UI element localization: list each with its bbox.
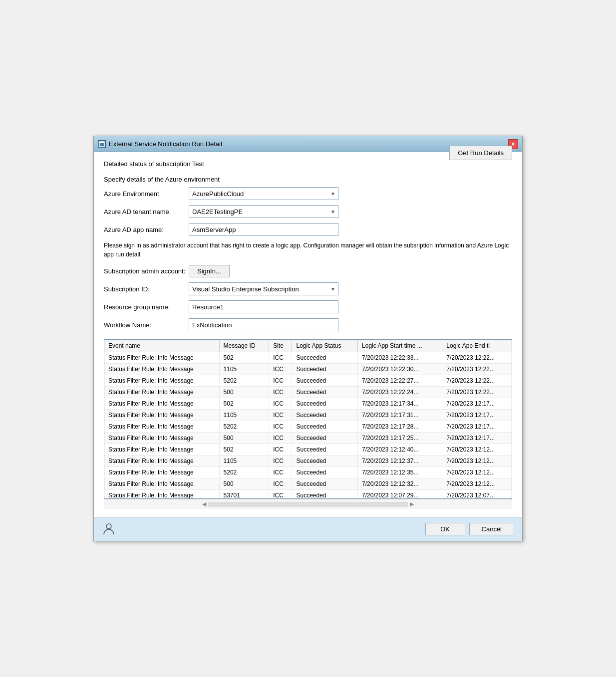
- azure-ad-tenant-select[interactable]: DAE2ETestingPE: [189, 205, 338, 218]
- subscription-admin-label: Subscription admin account:: [104, 267, 189, 275]
- subscription-id-select-wrapper: Visual Studio Enterprise Subscription: [189, 282, 338, 295]
- table-row: Status Filter Rule: Info Message5202ICCS…: [104, 421, 512, 433]
- table-header-row: Event name Message ID Site Logic App Sta…: [104, 340, 512, 352]
- cell-3-4: 7/20/2023 12:22:24...: [358, 387, 442, 398]
- get-run-details-button[interactable]: Get Run Details: [449, 146, 512, 160]
- cell-7-3: Succeeded: [292, 433, 358, 444]
- info-text: Please sign in as administrator account …: [104, 241, 512, 259]
- cell-4-4: 7/20/2023 12:17:34...: [358, 398, 442, 410]
- title-bar-left: External Service Notification Run Detail: [98, 140, 222, 148]
- subscription-id-group: Subscription ID: Visual Studio Enterpris…: [104, 282, 512, 295]
- cell-4-5: 7/20/2023 12:17...: [442, 398, 512, 410]
- cell-12-3: Succeeded: [292, 490, 358, 499]
- table-row: Status Filter Rule: Info Message1105ICCS…: [104, 410, 512, 421]
- cell-1-5: 7/20/2023 12:22...: [442, 364, 512, 375]
- cell-5-2: ICC: [269, 410, 292, 421]
- cell-5-1: 1105: [219, 410, 269, 421]
- cell-0-4: 7/20/2023 12:22:33...: [358, 352, 442, 364]
- resource-group-group: Resource group name:: [104, 300, 512, 313]
- col-event-name: Event name: [104, 340, 219, 352]
- table-row: Status Filter Rule: Info Message502ICCSu…: [104, 444, 512, 455]
- scroll-bar-track[interactable]: [208, 502, 408, 507]
- cell-0-2: ICC: [269, 352, 292, 364]
- cell-3-1: 500: [219, 387, 269, 398]
- azure-env-label: Azure Environment: [104, 190, 189, 198]
- cell-9-0: Status Filter Rule: Info Message: [104, 455, 219, 467]
- col-logic-app-status: Logic App Status: [292, 340, 358, 352]
- cell-9-5: 7/20/2023 12:12...: [442, 455, 512, 467]
- cell-11-3: Succeeded: [292, 478, 358, 490]
- cell-3-0: Status Filter Rule: Info Message: [104, 387, 219, 398]
- workflow-name-group: Workflow Name:: [104, 318, 512, 331]
- col-logic-app-end: Logic App End ti: [442, 340, 512, 352]
- cell-6-5: 7/20/2023 12:17...: [442, 421, 512, 433]
- azure-ad-app-group: Azure AD app name:: [104, 223, 512, 236]
- cell-12-2: ICC: [269, 490, 292, 499]
- cell-10-4: 7/20/2023 12:12:35...: [358, 467, 442, 478]
- subscription-id-select[interactable]: Visual Studio Enterprise Subscription: [189, 282, 338, 295]
- cell-12-0: Status Filter Rule: Info Message: [104, 490, 219, 499]
- resource-group-label: Resource group name:: [104, 303, 189, 311]
- cell-9-3: Succeeded: [292, 455, 358, 467]
- horizontal-scrollbar[interactable]: ◀ ▶: [104, 499, 512, 509]
- cell-12-1: 53701: [219, 490, 269, 499]
- table-row: Status Filter Rule: Info Message1105ICCS…: [104, 364, 512, 375]
- subscription-admin-group: Subscription admin account: SignIn...: [104, 265, 512, 277]
- window-title: External Service Notification Run Detail: [109, 140, 222, 148]
- cell-5-4: 7/20/2023 12:17:31...: [358, 410, 442, 421]
- cell-7-1: 500: [219, 433, 269, 444]
- table-row: Status Filter Rule: Info Message5202ICCS…: [104, 375, 512, 387]
- table-row: Status Filter Rule: Info Message53701ICC…: [104, 490, 512, 499]
- subscription-status-label: Detailed status of subscription Test: [104, 160, 512, 168]
- resource-group-input[interactable]: [189, 300, 338, 313]
- azure-ad-app-input[interactable]: [189, 223, 338, 236]
- cancel-button[interactable]: Cancel: [469, 523, 514, 535]
- cell-1-4: 7/20/2023 12:22:30...: [358, 364, 442, 375]
- cell-1-1: 1105: [219, 364, 269, 375]
- table-row: Status Filter Rule: Info Message500ICCSu…: [104, 387, 512, 398]
- cell-5-3: Succeeded: [292, 410, 358, 421]
- results-table-container[interactable]: Event name Message ID Site Logic App Sta…: [104, 339, 512, 499]
- cell-8-2: ICC: [269, 444, 292, 455]
- col-logic-app-start: Logic App Start time ...: [358, 340, 442, 352]
- cell-4-1: 502: [219, 398, 269, 410]
- cell-11-0: Status Filter Rule: Info Message: [104, 478, 219, 490]
- scroll-left-arrow[interactable]: ◀: [202, 501, 206, 507]
- ok-button[interactable]: OK: [425, 523, 465, 535]
- scroll-right-arrow[interactable]: ▶: [410, 501, 414, 507]
- user-icon: [102, 521, 116, 535]
- cell-3-3: Succeeded: [292, 387, 358, 398]
- svg-point-2: [106, 524, 111, 529]
- cell-7-2: ICC: [269, 433, 292, 444]
- cell-6-2: ICC: [269, 421, 292, 433]
- azure-ad-tenant-label: Azure AD tenant name:: [104, 208, 189, 216]
- cell-11-5: 7/20/2023 12:12...: [442, 478, 512, 490]
- workflow-name-label: Workflow Name:: [104, 321, 189, 329]
- signin-button[interactable]: SignIn...: [189, 265, 230, 277]
- cell-2-2: ICC: [269, 375, 292, 387]
- cell-10-1: 5202: [219, 467, 269, 478]
- cell-3-2: ICC: [269, 387, 292, 398]
- table-row: Status Filter Rule: Info Message500ICCSu…: [104, 478, 512, 490]
- azure-ad-tenant-select-wrapper: DAE2ETestingPE: [189, 205, 338, 218]
- workflow-name-input[interactable]: [189, 318, 338, 331]
- azure-env-group: Azure Environment AzurePublicCloud Azure…: [104, 187, 512, 200]
- cell-4-3: Succeeded: [292, 398, 358, 410]
- cell-9-1: 1105: [219, 455, 269, 467]
- cell-12-5: 7/20/2023 12:07...: [442, 490, 512, 499]
- cell-8-3: Succeeded: [292, 444, 358, 455]
- azure-env-select[interactable]: AzurePublicCloud AzureChinaCloud AzureGe…: [189, 187, 338, 200]
- azure-env-select-wrapper: AzurePublicCloud AzureChinaCloud AzureGe…: [189, 187, 338, 200]
- svg-rect-1: [99, 142, 104, 143]
- azure-ad-tenant-group: Azure AD tenant name: DAE2ETestingPE: [104, 205, 512, 218]
- table-row: Status Filter Rule: Info Message502ICCSu…: [104, 398, 512, 410]
- cell-5-0: Status Filter Rule: Info Message: [104, 410, 219, 421]
- cell-6-4: 7/20/2023 12:17:28...: [358, 421, 442, 433]
- window-icon: [98, 140, 106, 148]
- bottom-bar: OK Cancel: [94, 517, 522, 541]
- bottom-buttons: OK Cancel: [425, 523, 514, 535]
- col-site: Site: [269, 340, 292, 352]
- col-message-id: Message ID: [219, 340, 269, 352]
- cell-12-4: 7/20/2023 12:07:29...: [358, 490, 442, 499]
- cell-2-0: Status Filter Rule: Info Message: [104, 375, 219, 387]
